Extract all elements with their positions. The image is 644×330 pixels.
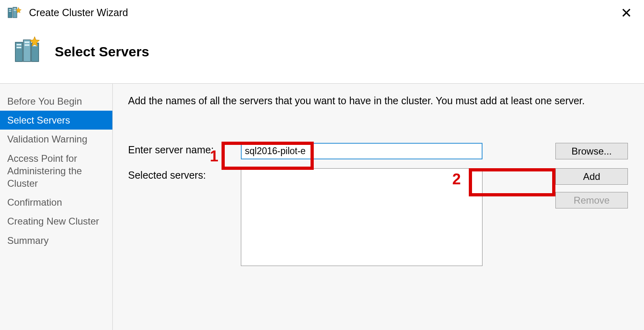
content-area: Before You Begin Select Servers Validati… <box>0 84 644 330</box>
close-button[interactable]: ✕ <box>617 6 636 20</box>
window-title: Create Cluster Wizard <box>29 7 617 19</box>
server-name-row: Enter server name: Browse... <box>128 143 628 159</box>
sidebar-item-select-servers[interactable]: Select Servers <box>0 111 112 130</box>
titlebar: Create Cluster Wizard ✕ <box>0 0 644 26</box>
server-name-label: Enter server name: <box>128 143 241 156</box>
wizard-sidebar: Before You Begin Select Servers Validati… <box>0 84 113 330</box>
svg-rect-4 <box>14 8 16 9</box>
server-name-input[interactable] <box>241 143 482 159</box>
sidebar-item-access-point[interactable]: Access Point for Administering the Clust… <box>0 149 112 193</box>
select-servers-icon <box>13 36 43 67</box>
svg-rect-5 <box>14 10 16 11</box>
svg-rect-2 <box>9 9 11 10</box>
selected-servers-list[interactable] <box>241 168 482 266</box>
svg-rect-11 <box>17 47 21 48</box>
sidebar-item-confirmation[interactable]: Confirmation <box>0 193 112 212</box>
cluster-wizard-icon <box>7 6 22 22</box>
svg-rect-13 <box>25 44 29 46</box>
header-panel: Select Servers <box>0 26 644 84</box>
browse-button[interactable]: Browse... <box>555 143 628 159</box>
page-title: Select Servers <box>55 44 149 60</box>
sidebar-item-creating-new-cluster[interactable]: Creating New Cluster <box>0 212 112 231</box>
svg-rect-10 <box>17 44 21 45</box>
sidebar-item-validation-warning[interactable]: Validation Warning <box>0 130 112 148</box>
add-button[interactable]: Add <box>555 168 628 185</box>
instruction-text: Add the names of all the servers that yo… <box>128 95 628 107</box>
selected-servers-row: Selected servers: Add Remove <box>128 168 628 266</box>
sidebar-item-before-you-begin[interactable]: Before You Begin <box>0 92 112 111</box>
selected-servers-label: Selected servers: <box>128 168 241 181</box>
main-panel: Add the names of all the servers that yo… <box>113 84 644 330</box>
svg-rect-3 <box>9 11 11 12</box>
remove-button: Remove <box>555 192 628 208</box>
sidebar-item-summary[interactable]: Summary <box>0 231 112 250</box>
svg-rect-12 <box>25 41 29 43</box>
svg-rect-8 <box>23 40 31 62</box>
